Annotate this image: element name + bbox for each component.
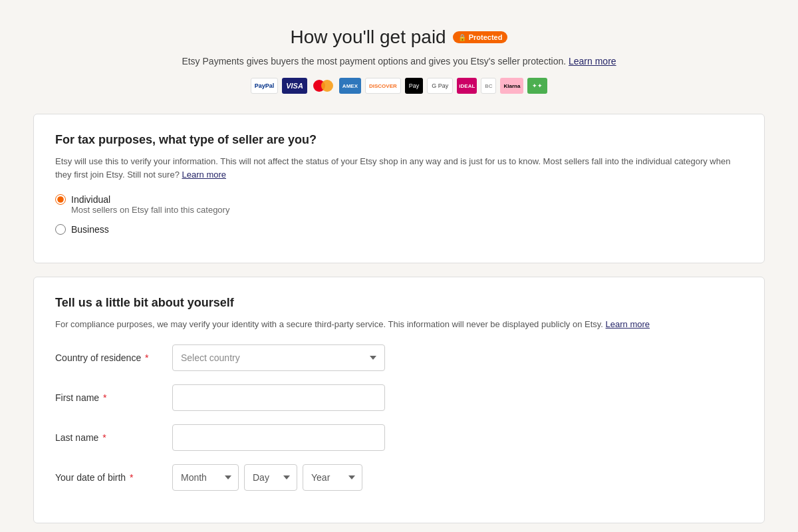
radio-individual[interactable]: Individual Most sellers on Etsy fall int… xyxy=(55,194,743,215)
page-subtitle: Etsy Payments gives buyers the most paym… xyxy=(33,55,765,68)
protected-badge: Protected xyxy=(453,31,508,43)
dob-selects: Month January February March April May J… xyxy=(172,464,362,491)
page-title: How you'll get paid xyxy=(291,27,446,48)
identity-section-card: Tell us a little bit about yourself For … xyxy=(33,277,765,523)
tax-section-description: Etsy will use this to verify your inform… xyxy=(55,155,743,181)
tax-section-card: For tax purposes, what type of seller ar… xyxy=(33,114,765,263)
tax-section-title: For tax purposes, what type of seller ar… xyxy=(55,133,743,147)
radio-individual-input[interactable] xyxy=(55,194,66,205)
header-title-row: How you'll get paid Protected xyxy=(33,27,765,48)
country-required-star: * xyxy=(142,352,148,363)
radio-individual-label: Individual xyxy=(71,194,110,205)
last-name-label: Last name * xyxy=(55,432,162,443)
last-name-row: Last name * xyxy=(55,424,743,451)
radio-business[interactable]: Business xyxy=(55,224,743,235)
dob-row: Your date of birth * Month January Febru… xyxy=(55,464,743,491)
learn-more-link-3[interactable]: Learn more xyxy=(606,319,650,329)
discover-icon: DISCOVER xyxy=(365,78,401,94)
googlepay-icon: G Pay xyxy=(427,78,453,94)
radio-individual-sublabel: Most sellers on Etsy fall into this cate… xyxy=(71,205,743,215)
page-container: How you'll get paid Protected Etsy Payme… xyxy=(33,27,765,532)
country-select[interactable]: Select country xyxy=(172,344,385,371)
other-payment-icon: ✦✦ xyxy=(527,78,547,94)
ideal-icon: iDEAL xyxy=(457,78,477,94)
klarna-icon: Klarna xyxy=(500,78,523,94)
country-label: Country of residence * xyxy=(55,352,162,363)
paypal-icon: PayPal xyxy=(251,78,279,94)
visa-icon: VISA xyxy=(282,78,307,94)
bancontact-icon: BC xyxy=(481,78,496,94)
learn-more-link-1[interactable]: Learn more xyxy=(569,56,616,66)
learn-more-link-2[interactable]: Learn more xyxy=(182,170,226,180)
applepay-icon: Pay xyxy=(405,78,424,94)
first-name-label: First name * xyxy=(55,392,162,403)
first-name-input[interactable] xyxy=(172,384,385,411)
header-section: How you'll get paid Protected Etsy Payme… xyxy=(33,27,765,94)
dob-day-select[interactable]: Day 123456789101112131415161718192021222… xyxy=(244,464,297,491)
last-name-input[interactable] xyxy=(172,424,385,451)
identity-section-description: For compliance purposes, we may verify y… xyxy=(55,318,743,331)
country-row: Country of residence * Select country xyxy=(55,344,743,371)
radio-business-input[interactable] xyxy=(55,224,66,235)
dob-required-star: * xyxy=(127,472,133,483)
dob-month-select[interactable]: Month January February March April May J… xyxy=(172,464,239,491)
first-name-required-star: * xyxy=(100,392,106,403)
last-name-required-star: * xyxy=(100,432,106,443)
payment-icons-row: PayPal VISA AMEX DISCOVER Pay G Pay iDEA… xyxy=(33,78,765,94)
amex-icon: AMEX xyxy=(339,78,361,94)
mastercard-icon xyxy=(311,78,335,94)
dob-label: Your date of birth * xyxy=(55,472,162,483)
dob-year-select[interactable]: Year 20262025202420232022202120202019201… xyxy=(303,464,362,491)
first-name-row: First name * xyxy=(55,384,743,411)
radio-business-label: Business xyxy=(71,224,109,235)
identity-section-title: Tell us a little bit about yourself xyxy=(55,296,743,310)
